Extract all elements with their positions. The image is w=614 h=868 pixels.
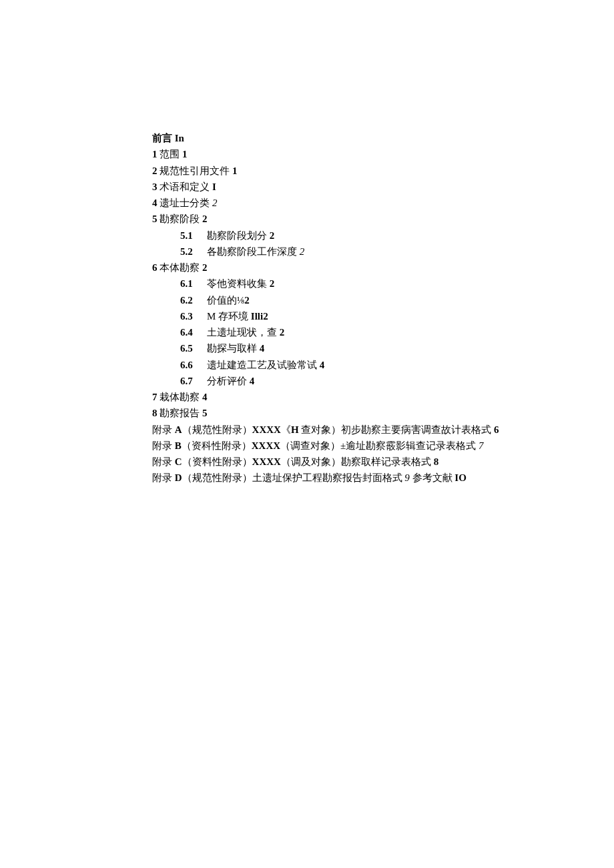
toc-text-segment: 1	[232, 165, 238, 176]
toc-text-segment: （调及对象）勘察取样记录表格式	[281, 456, 434, 467]
toc-6-2: 6.2 价值的⅛2	[152, 293, 554, 308]
toc-text-segment: 7	[479, 440, 484, 451]
toc-text-segment: 勘察阶段	[160, 213, 202, 224]
toc-text-segment: 术语和定义	[160, 181, 212, 192]
toc-text-segment: C	[175, 456, 182, 467]
toc-text-segment: 附录	[152, 472, 175, 483]
toc-text-segment: （规范性附录）土遗址保护工程勘察报告封面格式	[182, 472, 405, 483]
toc-text-segment: 栽体勘察	[160, 392, 202, 402]
toc-ch2: 2 规范性引用文件 1	[152, 163, 554, 179]
toc-text-segment: 2	[212, 197, 218, 208]
toc-text-segment: 《	[281, 424, 291, 435]
toc-sub-num: 6.4	[180, 325, 207, 340]
toc-text-segment: 本体勘察	[160, 262, 202, 273]
toc-sub-text: 土遗址现状，查 2	[207, 325, 284, 340]
toc-sub-num: 6.6	[180, 358, 207, 373]
toc-text-segment: 规范性引用文件	[160, 165, 232, 176]
toc-sub-text: 勘探与取样 4	[207, 341, 264, 356]
toc-text-segment: 附录	[152, 456, 175, 467]
toc-sub-num: 6.2	[180, 293, 207, 308]
toc-sub-text: 分析评价 4	[207, 374, 254, 389]
toc-appendix-c: 附录 C（资料性附录）XXXX（调及对象）勘察取样记录表格式 8	[152, 454, 554, 470]
toc-text-segment: 附录	[152, 424, 175, 435]
toc-text-segment: I	[212, 181, 216, 192]
toc-sub-text: 勘察阶段划分 2	[207, 228, 274, 244]
toc-text-segment: 8	[152, 408, 160, 418]
toc-text-segment: （资料性附录）	[182, 456, 252, 467]
toc-6-1: 6.1 苓他资料收集 2	[152, 276, 554, 292]
toc-sub-num: 6.7	[180, 374, 207, 389]
toc-appendix-d: 附录 D（规范性附录）土遗址保护工程勘察报告封面格式 9 参考文献 IO	[152, 470, 554, 486]
toc-5-1: 5.1 勘察阶段划分 2	[152, 228, 554, 244]
toc-text-segment: D	[175, 472, 182, 483]
toc-text-segment: 3	[152, 181, 160, 192]
document-page: 前言 In 1 范围 1 2 规范性引用文件 1 3 术语和定义 I 4 遗址士…	[0, 0, 614, 486]
toc-text-segment: 1	[182, 149, 188, 159]
toc-preface: 前言 In	[152, 131, 554, 146]
toc-text-segment: 范围	[160, 149, 182, 159]
toc-text-segment: 勘察报告	[160, 408, 202, 418]
toc-text-segment: 前言	[152, 133, 175, 143]
toc-text-segment: （规范性附录）	[182, 424, 252, 435]
toc-sub-text: 各勘察阶段工作深度 2	[207, 244, 304, 260]
toc-text-segment: 参考文献	[412, 472, 455, 483]
toc-ch3: 3 术语和定义 I	[152, 179, 554, 195]
toc-sub-num: 5.2	[180, 244, 207, 260]
toc-6-7: 6.7 分析评价 4	[152, 374, 554, 389]
toc-sub-num: 6.5	[180, 341, 207, 356]
toc-text-segment: 6	[494, 424, 499, 435]
toc-text-segment: 附录	[152, 440, 175, 451]
toc-text-segment: XXXX	[252, 440, 280, 451]
toc-text-segment: （资科性附录）	[182, 440, 252, 451]
toc-text-segment: 2	[152, 165, 160, 176]
toc-ch6: 6 本体勘察 2	[152, 260, 554, 276]
toc-6-6: 6.6 遗址建造工艺及试验常试 4	[152, 358, 554, 373]
toc-text-segment: 7	[152, 392, 160, 402]
toc-text-segment: 查对象）初步勘察主要病害调查故计表格式	[301, 424, 494, 435]
toc-ch8: 8 勘察报告 5	[152, 406, 554, 421]
toc-6-5: 6.5 勘探与取样 4	[152, 341, 554, 356]
toc-sub-text: 苓他资料收集 2	[207, 276, 274, 292]
toc-6-4: 6.4 土遗址现状，查 2	[152, 325, 554, 340]
toc-appendix-a: 附录 A（规范性附录）XXXX《H 查对象）初步勘察主要病害调查故计表格式 6	[152, 422, 554, 438]
toc-text-segment: 2	[202, 262, 208, 273]
toc-sub-num: 5.1	[180, 228, 207, 244]
toc-text-segment: IO	[454, 472, 467, 483]
toc-text-segment: XXXX	[252, 456, 281, 467]
toc-sub-num: 6.1	[180, 276, 207, 292]
toc-ch1: 1 范围 1	[152, 147, 554, 162]
toc-text-segment: 遗址士分类	[160, 197, 212, 208]
toc-text-segment: 6	[152, 262, 160, 273]
toc-text-segment: XXXX	[252, 424, 281, 435]
toc-text-segment: 4	[202, 392, 208, 402]
toc-ch5: 5 勘察阶段 2	[152, 211, 554, 227]
toc-6-3: 6.3 M 存环境 Illi2	[152, 309, 554, 324]
toc-text-segment: 8	[434, 456, 439, 467]
toc-text-segment: In	[175, 133, 184, 143]
toc-sub-text: 价值的⅛2	[207, 293, 250, 308]
toc-text-segment: 2	[202, 213, 208, 224]
toc-sub-text: 遗址建造工艺及试验常试 4	[207, 358, 324, 373]
toc-text-segment: B	[175, 440, 182, 451]
toc-text-segment: 1	[152, 149, 160, 159]
toc-text-segment: 5	[152, 213, 160, 224]
toc-appendix-b: 附录 B（资科性附录）XXXX（调查对象）±逾址勘察霰影辑查记录表格式 7	[152, 438, 554, 454]
toc-text-segment: H	[291, 424, 301, 435]
toc-text-segment: A	[175, 424, 182, 435]
toc-text-segment: （调查对象）±逾址勘察霰影辑查记录表格式	[280, 440, 479, 451]
toc-ch7: 7 栽体勘察 4	[152, 390, 554, 405]
toc-sub-num: 6.3	[180, 309, 207, 324]
toc-text-segment: 5	[202, 408, 208, 418]
toc-text-segment: 9	[404, 472, 412, 483]
toc-5-2: 5.2 各勘察阶段工作深度 2	[152, 244, 554, 260]
toc-ch4: 4 遗址士分类 2	[152, 195, 554, 211]
toc-sub-text: M 存环境 Illi2	[207, 309, 268, 324]
toc-text-segment: 4	[152, 197, 160, 208]
